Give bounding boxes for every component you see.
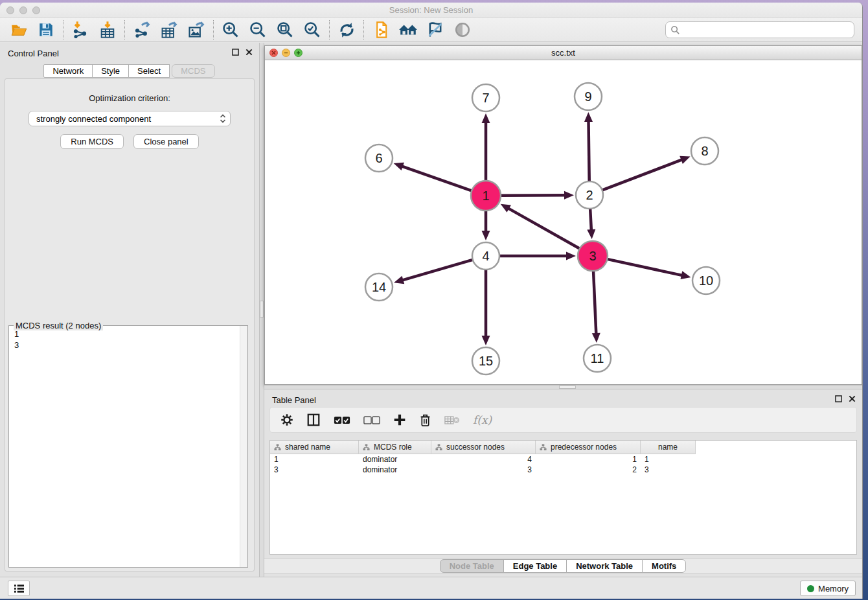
graph-node-15[interactable]: 15 <box>472 347 499 375</box>
table-row[interactable]: 3 dominator 3 2 3 <box>270 465 856 475</box>
tab-style[interactable]: Style <box>92 64 129 78</box>
graph-node-10[interactable]: 10 <box>692 267 720 294</box>
graph-edge-1-4[interactable] <box>482 211 490 240</box>
graph-edge-3-1[interactable] <box>501 204 579 248</box>
welcome-screen-icon[interactable] <box>394 19 422 40</box>
select-all-columns-icon[interactable] <box>334 416 350 424</box>
minimize-window-icon[interactable] <box>19 6 27 14</box>
graph-edge-3-10[interactable] <box>608 259 691 279</box>
graph-node-14[interactable]: 14 <box>365 273 393 301</box>
graph-edge-4-14[interactable] <box>394 260 472 284</box>
graph-node-1[interactable]: 1 <box>471 181 501 211</box>
frame-minimize-icon[interactable] <box>282 49 290 57</box>
col-name[interactable]: name <box>641 441 696 454</box>
save-session-icon[interactable] <box>32 19 60 40</box>
open-session-icon[interactable] <box>5 19 32 40</box>
col-mcds-role[interactable]: MCDS role <box>359 441 431 454</box>
cell-mcds-role[interactable]: dominator <box>359 454 431 465</box>
splitter-grip[interactable] <box>559 386 576 389</box>
table-row[interactable]: 1 dominator 4 1 1 <box>270 454 856 465</box>
zoom-in-icon[interactable] <box>217 19 244 40</box>
graph-edge-2-8[interactable] <box>603 156 691 190</box>
task-history-button[interactable] <box>8 581 30 596</box>
import-network-icon[interactable] <box>67 19 94 40</box>
graph-edge-2-9[interactable] <box>584 112 593 181</box>
cell-shared-name[interactable]: 3 <box>270 465 359 475</box>
zoom-out-icon[interactable] <box>244 19 271 40</box>
memory-button[interactable]: Memory <box>800 581 856 596</box>
frame-close-icon[interactable] <box>269 49 278 57</box>
graph-node-4[interactable]: 4 <box>472 242 499 270</box>
graph-node-11[interactable]: 11 <box>584 345 611 372</box>
import-table-icon[interactable] <box>94 19 121 40</box>
birdseye-view-icon[interactable] <box>449 19 476 40</box>
close-panel-icon[interactable] <box>246 49 253 56</box>
window-traffic-lights[interactable] <box>6 6 40 14</box>
tab-motifs[interactable]: Motifs <box>642 559 686 573</box>
export-network-icon[interactable] <box>128 19 155 40</box>
export-image-icon[interactable] <box>183 19 210 40</box>
col-successor-nodes[interactable]: successor nodes <box>431 441 536 454</box>
graph-edge-4-15[interactable] <box>482 270 490 345</box>
cell-successor-nodes[interactable]: 3 <box>431 465 536 475</box>
apply-layout-icon[interactable] <box>333 19 360 40</box>
graph-edge-4-3[interactable] <box>500 252 576 260</box>
graph-edge-1-6[interactable] <box>394 163 472 190</box>
search-box[interactable] <box>665 21 854 38</box>
col-shared-name[interactable]: shared name <box>270 441 359 454</box>
close-panel-button[interactable]: Close panel <box>133 134 199 149</box>
graph-node-2[interactable]: 2 <box>576 181 603 209</box>
network-graph[interactable]: 1234678910111415 <box>265 61 862 385</box>
cell-predecessor-nodes[interactable]: 2 <box>536 465 641 475</box>
network-canvas[interactable]: 1234678910111415 <box>265 61 862 384</box>
zoom-selected-icon[interactable] <box>299 19 326 40</box>
optimization-criterion-select[interactable]: strongly connected component <box>29 111 231 126</box>
graph-node-6[interactable]: 6 <box>365 144 393 172</box>
graph-edge-2-3[interactable] <box>587 209 595 239</box>
col-predecessor-nodes[interactable]: predecessor nodes <box>536 441 641 454</box>
cell-predecessor-nodes[interactable]: 1 <box>536 454 641 465</box>
gear-icon[interactable] <box>280 413 293 426</box>
delete-table-icon[interactable] <box>444 415 460 425</box>
run-mcds-button[interactable]: Run MCDS <box>60 134 124 149</box>
toggle-graphics-details-icon[interactable] <box>422 19 449 40</box>
tab-network-table[interactable]: Network Table <box>566 559 643 573</box>
close-window-icon[interactable] <box>6 6 14 14</box>
graph-node-8[interactable]: 8 <box>691 137 718 165</box>
graph-edge-1-2[interactable] <box>501 191 574 200</box>
deselect-all-columns-icon[interactable] <box>363 416 380 424</box>
duplicate-network-icon[interactable] <box>367 19 394 40</box>
graph-edge-1-7[interactable] <box>482 113 490 180</box>
cell-successor-nodes[interactable]: 4 <box>431 454 536 465</box>
tab-select[interactable]: Select <box>128 64 170 78</box>
float-panel-icon[interactable] <box>232 49 239 56</box>
frame-maximize-icon[interactable] <box>294 49 303 57</box>
cell-mcds-role[interactable]: dominator <box>359 465 431 475</box>
float-panel-icon[interactable] <box>835 395 842 402</box>
search-input[interactable] <box>683 25 849 35</box>
tab-mcds[interactable]: MCDS <box>172 64 214 78</box>
graph-node-9[interactable]: 9 <box>575 83 602 110</box>
splitter-grip[interactable] <box>260 301 264 317</box>
tab-network[interactable]: Network <box>43 64 93 78</box>
export-table-icon[interactable] <box>155 19 183 40</box>
tab-edge-table[interactable]: Edge Table <box>503 559 567 573</box>
cell-name[interactable]: 3 <box>641 465 696 475</box>
graph-node-7[interactable]: 7 <box>472 84 499 111</box>
zoom-window-icon[interactable] <box>32 6 40 14</box>
column-view-icon[interactable] <box>306 413 321 427</box>
cell-shared-name[interactable]: 1 <box>270 454 359 465</box>
graph-edge-3-11[interactable] <box>592 271 600 343</box>
horizontal-splitter[interactable] <box>264 385 862 389</box>
cell-name[interactable]: 1 <box>641 454 696 465</box>
network-frame-titlebar[interactable]: scc.txt <box>265 46 862 60</box>
add-column-icon[interactable] <box>393 413 406 426</box>
tab-node-table[interactable]: Node Table <box>440 559 504 573</box>
delete-column-icon[interactable] <box>419 413 431 427</box>
mcds-result-box[interactable]: MCDS result (2 nodes) 1 3 <box>8 325 248 568</box>
graph-node-3[interactable]: 3 <box>578 241 608 271</box>
zoom-fit-icon[interactable] <box>271 19 299 40</box>
close-panel-icon[interactable] <box>849 395 856 402</box>
function-builder-icon[interactable]: f(x) <box>473 413 492 426</box>
vertical-splitter[interactable] <box>259 43 264 577</box>
